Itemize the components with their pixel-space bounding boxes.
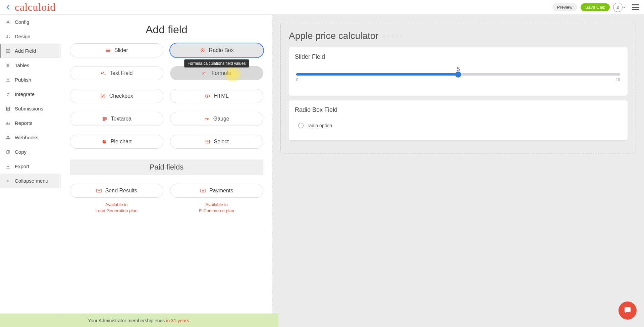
hamburger-menu-icon[interactable] <box>632 4 639 10</box>
svg-rect-20 <box>201 189 205 192</box>
sidebar-item-label: Config <box>15 19 29 25</box>
radio-option-input[interactable] <box>298 123 304 128</box>
radio-field-title: Radio Box Field <box>295 106 622 113</box>
payments-plan-note: Available in E-Commerce plan <box>170 202 264 214</box>
sidebar-item-integrate[interactable]: Integrate <box>0 87 61 101</box>
radio-option-label: radio option <box>308 123 332 128</box>
field-type-select[interactable]: Select <box>170 135 264 149</box>
sidebar-item-label: Tables <box>15 62 29 68</box>
svg-point-7 <box>8 136 9 137</box>
preview-button[interactable]: Preview <box>552 3 577 11</box>
copy-icon <box>5 149 11 155</box>
field-label: Select <box>214 139 229 145</box>
svg-point-0 <box>617 6 619 7</box>
svg-point-11 <box>107 51 108 52</box>
submissions-icon <box>5 106 11 111</box>
sidebar-item-reports[interactable]: Reports <box>0 116 61 130</box>
sidebar-item-label: Copy <box>15 149 26 155</box>
chat-icon <box>623 306 632 315</box>
slider-thumb[interactable] <box>455 72 461 78</box>
export-icon <box>5 164 11 169</box>
field-type-slider[interactable]: Slider <box>70 43 163 57</box>
preview-title: Apple price calculator <box>289 31 379 41</box>
sidebar-item-label: Submissions <box>15 106 43 111</box>
sidebar-item-label: Design <box>15 34 31 39</box>
svg-rect-18 <box>206 140 209 143</box>
publish-icon <box>5 77 11 83</box>
svg-rect-8 <box>7 151 9 153</box>
sidebar-item-label: Publish <box>15 77 31 83</box>
sidebar-item-webhooks[interactable]: Webhooks <box>0 130 61 145</box>
gear-icon <box>5 19 11 25</box>
preview-frame: Apple price calculator ☆☆☆☆☆ Slider Fiel… <box>280 23 636 153</box>
field-label: Pie chart <box>111 139 132 145</box>
text-field-icon <box>100 70 106 76</box>
svg-point-21 <box>202 190 204 191</box>
slider-field-card[interactable]: Slider Field 5 0 10 <box>289 47 628 96</box>
logo[interactable]: calculoid <box>15 1 56 13</box>
field-type-text-field[interactable]: Text Field <box>70 66 163 80</box>
field-type-send-results[interactable]: Send Results <box>70 184 163 198</box>
svg-point-16 <box>207 120 207 121</box>
field-type-radio-box[interactable]: Radio Box Formula calculations field val… <box>170 43 264 57</box>
table-icon <box>5 63 11 68</box>
panel-heading: Add field <box>67 24 266 36</box>
payments-icon <box>200 188 206 194</box>
field-label: Formula <box>211 70 231 76</box>
textarea-icon <box>102 116 108 122</box>
sidebar-item-label: Export <box>15 164 29 169</box>
svg-point-10 <box>108 50 109 51</box>
svg-point-1 <box>7 21 9 23</box>
formula-tooltip: Formula calculations field values <box>184 59 249 67</box>
integrate-icon <box>5 92 11 97</box>
save-calc-button[interactable]: Save Calc <box>581 3 610 11</box>
field-type-textarea[interactable]: Textarea <box>70 112 163 126</box>
preview-panel: Apple price calculator ☆☆☆☆☆ Slider Fiel… <box>272 15 644 327</box>
logo-text: calculoid <box>15 1 56 13</box>
field-label: Textarea <box>111 116 131 122</box>
field-label: Send Results <box>105 188 137 194</box>
sidebar-item-label: Reports <box>15 120 33 126</box>
field-type-pie-chart[interactable]: Pie chart <box>70 135 163 149</box>
field-label: Radio Box <box>209 47 234 53</box>
field-type-checkbox[interactable]: Checkbox <box>70 89 163 103</box>
svg-point-9 <box>106 48 107 49</box>
radio-icon <box>200 47 206 53</box>
slider-icon <box>105 47 111 53</box>
sidebar-collapse[interactable]: Collapse menu <box>0 174 61 188</box>
slider-field-title: Slider Field <box>295 53 622 60</box>
field-type-gauge[interactable]: Gauge <box>170 112 264 126</box>
checkbox-icon <box>100 93 106 99</box>
gauge-icon <box>204 116 210 122</box>
sidebar-item-tables[interactable]: Tables <box>0 58 61 73</box>
add-field-panel: Add field Slider Radio Box Formula calcu… <box>61 15 272 327</box>
banner-text-before: Your Administrator membership ends <box>88 318 165 323</box>
topbar: calculoid Preview Save Calc <box>0 0 644 15</box>
chat-fab[interactable] <box>619 301 637 320</box>
sidebar-item-copy[interactable]: Copy <box>0 145 61 159</box>
sidebar-item-config[interactable]: Config <box>0 15 61 29</box>
sidebar-item-design[interactable]: Design <box>0 29 61 44</box>
sidebar-item-add-field[interactable]: Add Field <box>0 44 61 58</box>
user-menu[interactable] <box>613 3 623 12</box>
sidebar: Config Design Add Field Tables Publish I… <box>0 15 61 327</box>
field-label: Gauge <box>213 116 229 122</box>
svg-point-13 <box>202 50 203 51</box>
sidebar-item-export[interactable]: Export <box>0 159 61 174</box>
rating-stars[interactable]: ☆☆☆☆☆ <box>382 34 404 39</box>
field-type-payments[interactable]: Payments <box>170 184 264 198</box>
html-icon <box>205 93 211 99</box>
sidebar-item-publish[interactable]: Publish <box>0 73 61 87</box>
reports-icon <box>5 121 11 126</box>
field-type-html[interactable]: HTML <box>170 89 264 103</box>
sidebar-item-label: Integrate <box>15 91 35 97</box>
sidebar-item-label: Webhooks <box>15 135 39 140</box>
banner-text-highlight: in 31 years <box>166 318 189 323</box>
field-label: Text Field <box>110 70 132 76</box>
radio-box-field-card[interactable]: Radio Box Field radio option <box>289 100 628 140</box>
back-icon[interactable] <box>5 4 11 11</box>
sidebar-item-submissions[interactable]: Submissions <box>0 101 61 116</box>
design-icon <box>5 34 11 39</box>
field-type-formula[interactable]: x² Formula <box>170 66 264 80</box>
slider-control[interactable]: 5 0 10 <box>295 68 622 90</box>
